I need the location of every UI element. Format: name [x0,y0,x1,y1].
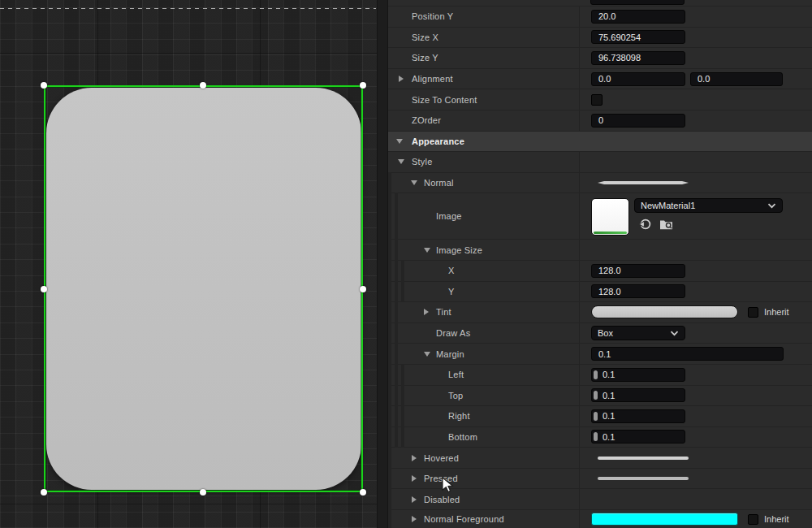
margin-top-input[interactable]: 0.1 [591,388,685,402]
property-label: Normal Foreground [424,514,504,524]
property-label: Y [448,287,455,296]
row-normal: Normal [388,173,812,194]
property-label: Bottom [448,432,477,442]
image-size-x-value: 128.0 [598,266,621,275]
row-image-size-y: Y 128.0 [388,282,812,303]
grid-major-line [0,504,377,504]
umg-designer-window: Position Y 20.0 Size X 75.690254 Size Y [0,0,812,528]
image-size-y-input[interactable]: 128.0 [591,284,685,298]
property-label: Normal [424,178,454,188]
zorder-input[interactable]: 0 [591,114,685,128]
row-margin: Margin 0.1 [388,344,812,365]
row-image-size: Image Size [388,240,812,261]
selection-handle-top-left[interactable] [41,82,47,89]
value-col: 20.0 [579,6,812,27]
expander-right-icon[interactable] [412,516,417,522]
expander-down-icon[interactable] [398,159,404,164]
tint-color-swatch[interactable] [591,305,738,318]
margin-input[interactable]: 0.1 [591,347,784,361]
margin-right-value: 0.1 [603,411,615,421]
normal-foreground-inherit-checkbox[interactable] [748,514,758,525]
expander-down-icon[interactable] [424,352,430,357]
property-label: Size Y [412,53,438,63]
expander-right-icon[interactable] [399,76,404,82]
property-label: Position Y [412,11,453,21]
row-margin-bottom: Bottom 0.1 [388,427,812,448]
row-alignment: Alignment 0.0 0.0 [388,69,812,90]
selection-handle-top-center[interactable] [200,82,206,89]
expander-down-icon[interactable] [411,180,417,185]
size-x-input[interactable]: 75.690254 [591,30,685,44]
brush-preview-hovered [598,457,689,460]
property-label: Tint [436,307,451,317]
row-position-y: Position Y 20.0 [388,6,812,28]
position-x-input[interactable] [590,0,685,5]
category-header-appearance[interactable]: Appearance [388,132,812,153]
alignment-x-value: 0.0 [598,74,611,84]
row-style: Style [388,152,812,173]
image-size-x-input[interactable]: 128.0 [591,264,685,278]
size-x-value: 75.690254 [598,32,641,42]
expander-right-icon[interactable] [412,496,417,503]
expander-right-icon[interactable] [412,455,417,461]
inherit-label: Inherit [764,307,789,317]
asset-dropdown[interactable]: NewMaterial1 [634,198,783,213]
draw-as-value: Box [598,328,613,338]
position-y-input[interactable]: 20.0 [591,10,685,24]
expander-down-icon[interactable] [424,248,430,253]
designer-canvas[interactable] [0,0,377,528]
alignment-y-input[interactable]: 0.0 [690,72,783,86]
panel-splitter[interactable] [377,0,388,528]
selection-handle-bottom-center[interactable] [200,489,206,496]
image-size-y-value: 128.0 [598,287,621,296]
row-margin-right: Right 0.1 [388,406,812,427]
zorder-value: 0 [598,115,603,125]
inherit-label: Inherit [764,514,789,524]
selection-handle-middle-right[interactable] [360,286,366,292]
property-label: ZOrder [412,115,441,125]
brush-preview-normal [598,181,689,184]
normal-foreground-color-swatch[interactable] [591,513,738,526]
property-label: Top [448,391,463,400]
row-hovered: Hovered [388,448,812,469]
selection-handle-top-right[interactable] [360,82,366,89]
margin-bottom-input[interactable]: 0.1 [591,430,685,444]
property-label: Disabled [424,495,460,504]
row-tint: Tint Inherit [388,302,812,323]
row-position-x-partial [388,0,812,6]
row-image: Image NewMaterial1 [388,193,812,240]
expander-down-icon[interactable] [396,139,403,144]
alignment-x-input[interactable]: 0.0 [591,72,685,86]
row-draw-as: Draw As Box [388,323,812,344]
chevron-down-icon [767,203,776,209]
row-zorder: ZOrder 0 [388,110,812,132]
property-label: Style [412,157,432,167]
size-to-content-checkbox[interactable] [591,94,603,106]
browse-to-asset-icon[interactable] [659,219,674,231]
row-size-x: Size X 75.690254 [388,28,812,49]
expander-right-icon[interactable] [412,475,417,482]
expander-right-icon[interactable] [424,309,429,315]
use-selected-asset-icon[interactable] [638,218,652,231]
draw-as-dropdown[interactable]: Box [591,326,685,340]
tint-inherit-checkbox[interactable] [748,307,758,318]
size-y-input[interactable]: 96.738098 [591,51,685,65]
asset-thumbnail[interactable] [591,198,629,236]
selection-outline [44,85,363,492]
selection-handle-bottom-left[interactable] [41,489,47,496]
row-image-size-x: X 128.0 [388,261,812,282]
margin-right-input[interactable]: 0.1 [591,409,685,423]
brush-preview-pressed [598,477,689,480]
label-col: Position Y [388,6,579,27]
property-label: Size X [412,32,438,42]
margin-left-input[interactable]: 0.1 [591,368,685,382]
alignment-y-value: 0.0 [698,74,710,84]
property-label: Alignment [412,74,453,84]
row-normal-foreground: Normal Foreground Inherit [388,510,812,528]
selection-handle-bottom-right[interactable] [360,489,366,496]
size-y-value: 96.738098 [598,53,641,63]
grid-major-line [0,53,377,54]
property-label: Hovered [424,453,459,463]
selection-handle-middle-left[interactable] [41,286,47,292]
property-label: Left [448,370,464,379]
